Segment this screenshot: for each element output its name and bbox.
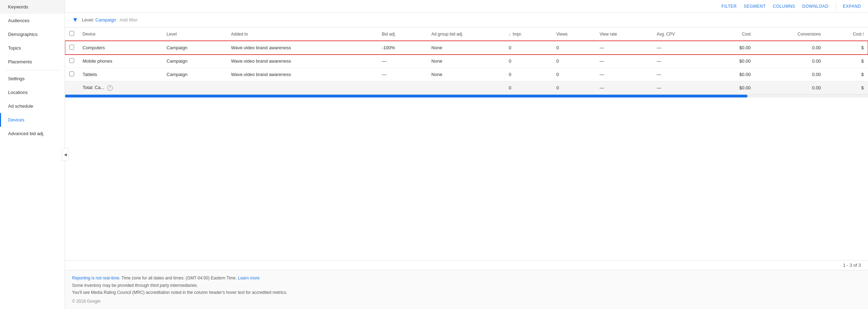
row-added-to: Wave.video brand awareness: [227, 55, 378, 68]
total-cost: $0.00: [711, 81, 755, 95]
filter-bar: ▼ Level: Campaign Add filter: [65, 13, 868, 27]
header-level: Level: [162, 27, 227, 41]
sidebar-item-settings[interactable]: Settings: [0, 72, 65, 86]
footer-line-2: Some inventory may be provided through t…: [72, 282, 861, 289]
sidebar-item-locations[interactable]: Locations: [0, 86, 65, 99]
segment-button[interactable]: SEGMENT: [744, 4, 766, 9]
row-checkbox[interactable]: [69, 45, 74, 50]
horizontal-scrollbar[interactable]: [65, 95, 868, 97]
footer-copyright: © 2018 Google: [72, 298, 861, 305]
row-ad-group-bid-adj: None: [427, 55, 505, 68]
filter-button[interactable]: FILTER: [721, 4, 737, 9]
download-button[interactable]: DOWNLOAD: [802, 4, 829, 9]
total-checkbox-cell: [65, 81, 78, 95]
header-ad-group-bid-adj: Ad group bid adj.: [427, 27, 505, 41]
row-bid-adj: —: [378, 68, 427, 81]
total-row: Total: Ca... ? 0 0 — —: [65, 81, 868, 95]
sidebar-item-advanced-bid[interactable]: Advanced bid adj.: [0, 127, 65, 140]
pagination-bar: 1 - 3 of 3: [65, 260, 868, 270]
row-view-rate: —: [595, 55, 653, 68]
header-device: Device: [78, 27, 162, 41]
header-views: Views: [552, 27, 595, 41]
devices-table: Device Level Added to Bid adj. Ad group …: [65, 27, 868, 95]
header-view-rate: View rate: [595, 27, 653, 41]
help-icon: ?: [107, 85, 113, 91]
row-device: Mobile phones: [78, 55, 162, 68]
footer-line-3: You'll see Media Rating Council (MRC) ac…: [72, 289, 861, 296]
learn-more-link[interactable]: Learn more: [238, 276, 259, 280]
expand-button[interactable]: EXPAND: [843, 4, 861, 9]
toolbar-separator: [836, 3, 836, 10]
row-avg-cpv: —: [653, 41, 711, 55]
header-impr[interactable]: ↓ Impr.: [505, 27, 552, 41]
total-label-cell: Total: Ca... ?: [78, 81, 427, 95]
sidebar: ◀ Keywords Audiences Demographics Topics…: [0, 0, 65, 309]
row-added-to: Wave.video brand awareness: [227, 41, 378, 55]
row-ad-group-bid-adj: None: [427, 41, 505, 55]
sidebar-item-topics[interactable]: Topics: [0, 41, 65, 55]
columns-button[interactable]: COLUMNS: [773, 4, 795, 9]
row-view-rate: —: [595, 41, 653, 55]
sort-arrow-icon: ↓: [509, 32, 511, 36]
row-checkbox[interactable]: [69, 71, 74, 76]
filter-icon: ▼: [72, 16, 78, 24]
main-content: FILTER SEGMENT COLUMNS DOWNLOAD EXPAND ▼…: [65, 0, 868, 309]
row-checkbox[interactable]: [69, 58, 74, 63]
sidebar-toggle[interactable]: ◀: [62, 148, 69, 161]
row-cost: $0.00: [711, 68, 755, 81]
table-row: Computers Campaign Wave.video brand awar…: [65, 41, 868, 55]
filter-campaign-value: Campaign: [95, 17, 116, 23]
row-level: Campaign: [162, 55, 227, 68]
row-bid-adj: -100%: [378, 41, 427, 55]
header-added-to: Added to: [227, 27, 378, 41]
row-cost-conv: $: [825, 68, 868, 81]
header-cost-conv: Cost /: [825, 27, 868, 41]
footer: Reporting is not real-time. Time zone fo…: [65, 270, 868, 309]
total-ad-group-bid: [427, 81, 505, 95]
table-header-row: Device Level Added to Bid adj. Ad group …: [65, 27, 868, 41]
row-cost: $0.00: [711, 41, 755, 55]
total-cost-conv: $: [825, 81, 868, 95]
row-avg-cpv: —: [653, 55, 711, 68]
sidebar-item-demographics[interactable]: Demographics: [0, 27, 65, 41]
sidebar-item-placements[interactable]: Placements: [0, 55, 65, 69]
row-cost-conv: $: [825, 55, 868, 68]
row-avg-cpv: —: [653, 68, 711, 81]
row-checkbox-cell: [65, 68, 78, 81]
row-impr: 0: [505, 68, 552, 81]
table-row: Mobile phones Campaign Wave.video brand …: [65, 55, 868, 68]
sidebar-divider-1: [6, 70, 59, 70]
row-view-rate: —: [595, 68, 653, 81]
row-checkbox-cell: [65, 55, 78, 68]
sidebar-item-devices[interactable]: Devices: [0, 113, 65, 127]
row-views: 0: [552, 55, 595, 68]
header-cost: Cost: [711, 27, 755, 41]
row-views: 0: [552, 41, 595, 55]
row-bid-adj: —: [378, 55, 427, 68]
row-ad-group-bid-adj: None: [427, 68, 505, 81]
total-impr: 0: [505, 81, 552, 95]
reporting-notice-link[interactable]: Reporting is not real-time.: [72, 276, 120, 280]
row-cost-conv: $: [825, 41, 868, 55]
header-bid-adj: Bid adj.: [378, 27, 427, 41]
row-added-to: Wave.video brand awareness: [227, 68, 378, 81]
row-conversions: 0.00: [755, 41, 825, 55]
footer-line-1: Reporting is not real-time. Time zone fo…: [72, 275, 861, 282]
table-row: Tablets Campaign Wave.video brand awaren…: [65, 68, 868, 81]
add-filter-button[interactable]: Add filter: [119, 17, 137, 23]
row-checkbox-cell: [65, 41, 78, 55]
data-table-container: Device Level Added to Bid adj. Ad group …: [65, 27, 868, 260]
sidebar-item-keywords[interactable]: Keywords: [0, 0, 65, 14]
row-impr: 0: [505, 41, 552, 55]
row-device: Tablets: [78, 68, 162, 81]
total-views: 0: [552, 81, 595, 95]
sidebar-item-audiences[interactable]: Audiences: [0, 14, 65, 27]
row-cost: $0.00: [711, 55, 755, 68]
select-all-checkbox[interactable]: [69, 31, 74, 36]
sidebar-item-ad-schedule[interactable]: Ad schedule: [0, 99, 65, 113]
row-level: Campaign: [162, 41, 227, 55]
pagination-text: 1 - 3 of 3: [843, 263, 861, 268]
header-checkbox-cell: [65, 27, 78, 41]
row-views: 0: [552, 68, 595, 81]
filter-level-prefix: Level: Campaign: [82, 17, 116, 23]
